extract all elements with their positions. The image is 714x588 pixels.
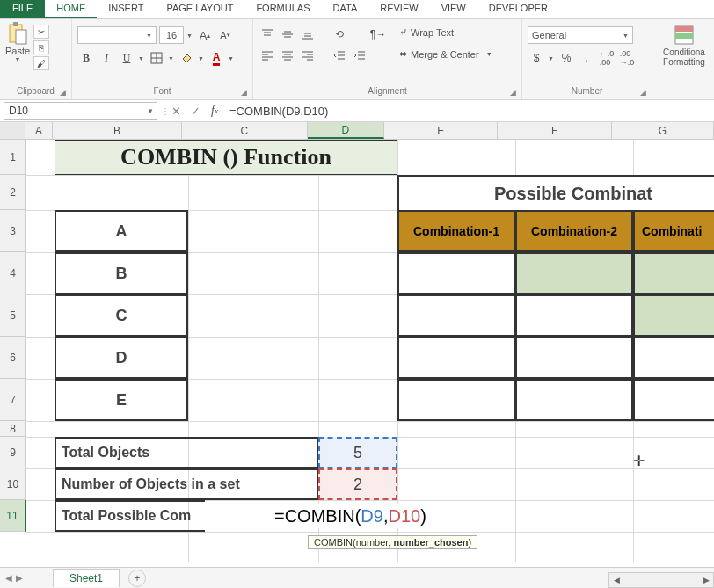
tab-developer[interactable]: DEVELOPER xyxy=(477,0,559,18)
increase-decimal-button[interactable]: ←.0.00 xyxy=(598,49,616,67)
cell-item-E[interactable]: E xyxy=(55,379,188,421)
row-header-3[interactable]: 3 xyxy=(0,210,26,252)
col-header-G[interactable]: G xyxy=(612,122,714,139)
alignment-launcher[interactable]: ◢ xyxy=(510,88,519,97)
cell-D9[interactable]: 5 xyxy=(318,437,397,468)
number-launcher[interactable]: ◢ xyxy=(640,88,649,97)
currency-button[interactable]: $ xyxy=(528,49,545,67)
col-header-A[interactable]: A xyxy=(26,122,53,139)
fill-color-button[interactable] xyxy=(178,49,195,67)
align-top-button[interactable] xyxy=(259,26,276,42)
cell-comb-2-r4[interactable] xyxy=(515,379,633,421)
tab-data[interactable]: DATA xyxy=(322,0,369,18)
row-header-1[interactable]: 1 xyxy=(0,140,26,175)
cell-comb-1-r2[interactable] xyxy=(397,294,515,337)
cell-comb-3-r2[interactable] xyxy=(633,294,714,337)
tab-home[interactable]: HOME xyxy=(45,0,97,18)
cell-comb-1-header[interactable]: Combination-1 xyxy=(397,210,515,252)
horizontal-scrollbar[interactable]: ◀▶ xyxy=(608,572,714,588)
number-format-select[interactable]: General▼ xyxy=(528,26,633,44)
cell-comb-2-r2[interactable] xyxy=(515,294,633,337)
paste-icon[interactable] xyxy=(5,21,30,46)
row-header-9[interactable]: 9 xyxy=(0,437,26,468)
row-header-11[interactable]: 11 xyxy=(0,500,26,532)
merge-center-button[interactable]: ⬌Merge & Center▼ xyxy=(399,48,492,60)
bold-button[interactable]: B xyxy=(77,49,95,67)
col-header-B[interactable]: B xyxy=(53,122,182,139)
align-left-button[interactable] xyxy=(259,47,276,63)
row-header-10[interactable]: 10 xyxy=(0,468,26,500)
add-sheet-button[interactable]: + xyxy=(128,570,146,587)
wrap-text-button[interactable]: ⤶Wrap Text xyxy=(399,26,492,38)
row-header-4[interactable]: 4 xyxy=(0,252,26,294)
cancel-formula-button[interactable]: ✕ xyxy=(166,102,186,120)
font-size-select[interactable]: 16 xyxy=(159,26,184,44)
align-bottom-button[interactable] xyxy=(299,26,317,42)
cell-comb-2-r3[interactable] xyxy=(515,337,633,379)
comma-button[interactable]: , xyxy=(578,49,595,67)
cell-comb-3-r3[interactable] xyxy=(633,337,714,379)
tab-review[interactable]: REVIEW xyxy=(368,0,429,18)
sheet-nav-arrows[interactable]: ◀▶ xyxy=(0,573,53,583)
cell-possible-combinations-title[interactable]: Possible Combinat xyxy=(397,175,714,210)
align-right-button[interactable] xyxy=(299,47,317,63)
align-middle-button[interactable] xyxy=(279,26,296,42)
underline-button[interactable]: U xyxy=(118,49,135,67)
border-button[interactable] xyxy=(148,49,165,67)
cell-item-D[interactable]: D xyxy=(55,337,188,379)
conditional-formatting-icon[interactable] xyxy=(672,23,696,47)
cell-comb-3-header[interactable]: Combinati xyxy=(633,210,714,252)
cell-comb-1-r3[interactable] xyxy=(397,337,515,379)
decrease-decimal-button[interactable]: .00→.0 xyxy=(618,49,636,67)
cell-item-B[interactable]: B xyxy=(55,252,188,294)
formula-input[interactable]: =COMBIN(D9,D10) xyxy=(224,102,714,120)
row-header-7[interactable]: 7 xyxy=(0,379,26,421)
name-box[interactable]: D10▼ xyxy=(4,102,157,120)
worksheet-grid[interactable]: A B C D E F G 1 2 3 4 5 6 7 8 9 10 11 xyxy=(0,122,714,562)
col-header-F[interactable]: F xyxy=(498,122,612,139)
cell-comb-2-r1[interactable] xyxy=(515,252,633,294)
tab-page-layout[interactable]: PAGE LAYOUT xyxy=(155,0,244,18)
cell-total-possible-comb-label[interactable]: Total Possible Com xyxy=(55,500,205,532)
col-header-D[interactable]: D xyxy=(308,122,384,139)
enter-formula-button[interactable]: ✓ xyxy=(186,102,205,120)
cell-comb-3-r4[interactable] xyxy=(633,379,714,421)
cell-comb-1-r1[interactable] xyxy=(397,252,515,294)
cell-comb-1-r4[interactable] xyxy=(397,379,515,421)
cell-item-A[interactable]: A xyxy=(55,210,188,252)
decrease-font-button[interactable]: A▾ xyxy=(216,26,234,44)
font-color-button[interactable]: A xyxy=(208,49,225,67)
align-center-button[interactable] xyxy=(279,47,296,63)
increase-indent-button[interactable] xyxy=(351,47,368,63)
col-header-C[interactable]: C xyxy=(182,122,308,139)
decrease-indent-button[interactable] xyxy=(331,47,348,63)
cut-button[interactable]: ✂ xyxy=(33,25,49,39)
copy-button[interactable]: ⎘ xyxy=(33,40,49,54)
tab-insert[interactable]: INSERT xyxy=(97,0,155,18)
cell-comb-3-r1[interactable] xyxy=(633,252,714,294)
clipboard-launcher[interactable]: ◢ xyxy=(60,88,69,97)
select-all-corner[interactable] xyxy=(0,122,26,139)
row-header-8[interactable]: 8 xyxy=(0,421,26,437)
paste-label[interactable]: Paste xyxy=(5,46,30,56)
increase-font-button[interactable]: A▴ xyxy=(196,26,214,44)
cell-title[interactable]: COMBIN () Function xyxy=(55,140,397,175)
cell-item-C[interactable]: C xyxy=(55,294,188,337)
cell-total-objects-label[interactable]: Total Objects xyxy=(55,437,318,468)
row-header-2[interactable]: 2 xyxy=(0,175,26,210)
sheet-tab-1[interactable]: Sheet1 xyxy=(53,569,120,587)
col-header-E[interactable]: E xyxy=(384,122,499,139)
tab-formulas[interactable]: FORMULAS xyxy=(244,0,321,18)
font-launcher[interactable]: ◢ xyxy=(241,88,250,97)
cell-num-objects-set-label[interactable]: Number of Objects in a set xyxy=(55,468,318,500)
tab-file[interactable]: FILE xyxy=(0,0,45,18)
insert-function-button[interactable]: fx xyxy=(205,102,224,120)
ltr-button[interactable]: ¶→ xyxy=(369,26,387,42)
cell-D10[interactable]: 2 xyxy=(318,468,397,500)
percent-button[interactable]: % xyxy=(557,49,575,67)
tab-view[interactable]: VIEW xyxy=(430,0,477,18)
orientation-button[interactable]: ⟲ xyxy=(331,26,348,42)
italic-button[interactable]: I xyxy=(98,49,115,67)
font-name-select[interactable]: ▼ xyxy=(77,26,157,44)
cell-D11-editing[interactable]: =COMBIN(D9,D10) xyxy=(273,504,426,528)
